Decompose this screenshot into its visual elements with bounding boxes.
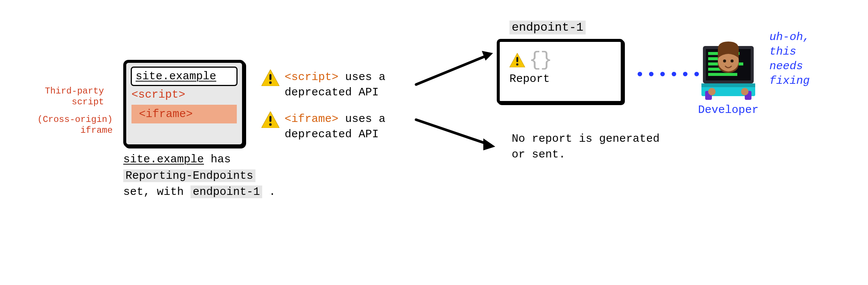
iframe-tag-label: <iframe>: [131, 105, 237, 123]
svg-rect-16: [701, 83, 755, 87]
caption-site: site.example: [123, 153, 204, 166]
endpoint-label: endpoint-1: [509, 21, 586, 34]
browser-body: <script> <iframe>: [126, 88, 242, 127]
script-tag-label: <script>: [131, 88, 237, 101]
report-box: {} Report: [497, 39, 624, 104]
no-report-text: No report is generated or sent.: [512, 131, 661, 162]
caption-endpoint: endpoint-1: [190, 186, 262, 198]
annotation-third-party-script: Third-party script: [45, 86, 104, 108]
braces-icon: {}: [529, 50, 552, 70]
arrow-to-endpoint: [415, 49, 497, 90]
warning-icon: [509, 53, 525, 67]
svg-point-20: [741, 88, 748, 95]
caption-period: .: [262, 186, 276, 198]
warning-iframe-code: <iframe>: [285, 113, 338, 125]
report-row: {}: [509, 50, 611, 70]
svg-marker-4: [483, 138, 495, 150]
developer-figure: Developer: [691, 39, 766, 116]
svg-point-19: [708, 88, 716, 95]
warning-icon: [261, 111, 279, 128]
warning-icon: [261, 70, 279, 86]
svg-point-13: [723, 59, 726, 62]
endpoint-label-text: endpoint-1: [509, 21, 586, 34]
caption-has: has: [204, 153, 231, 166]
browser-window: site.example <script> <iframe>: [123, 60, 245, 147]
warning-iframe: <iframe> uses a deprecated API: [261, 111, 430, 142]
annotation-cross-origin-iframe: (Cross-origin) iframe: [37, 114, 113, 136]
caption-set-with: set, with: [123, 186, 190, 198]
warning-script-text: <script> uses a deprecated API: [285, 70, 430, 100]
warning-iframe-text: <iframe> uses a deprecated API: [285, 111, 430, 142]
address-bar-url: site.example: [136, 70, 216, 83]
warning-script: <script> uses a deprecated API: [261, 70, 430, 100]
arrow-to-no-report: [415, 116, 500, 153]
developer-icon: [695, 39, 762, 103]
address-bar: site.example: [131, 67, 238, 86]
browser-caption: site.example has Reporting-Endpoints set…: [123, 151, 299, 200]
developer-thought: uh-oh, this needs fixing: [769, 30, 844, 88]
warning-script-code: <script>: [285, 71, 338, 83]
svg-rect-11: [708, 73, 737, 76]
report-label: Report: [509, 73, 611, 85]
developer-label: Developer: [691, 104, 766, 116]
caption-header: Reporting-Endpoints: [123, 169, 255, 182]
svg-point-14: [731, 59, 734, 62]
